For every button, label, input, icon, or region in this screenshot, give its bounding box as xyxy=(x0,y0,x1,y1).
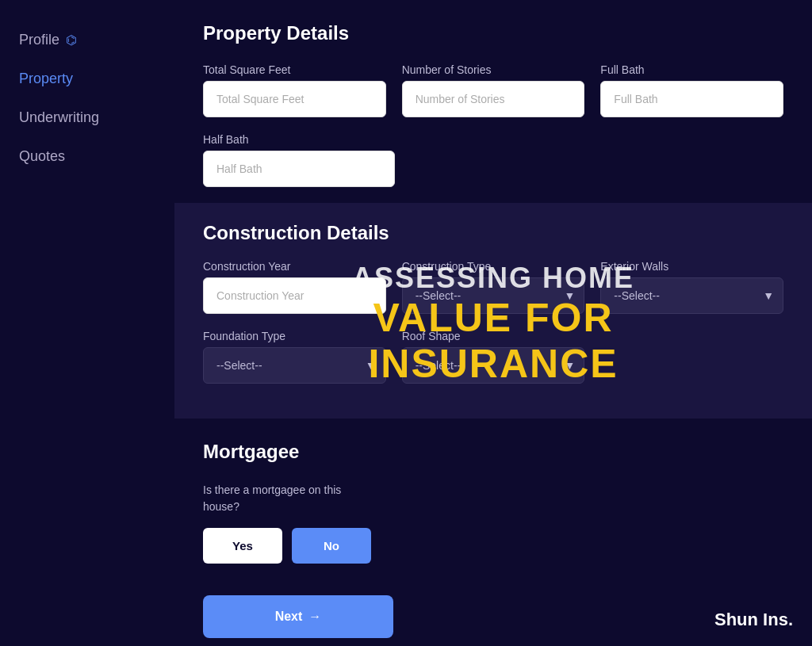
construction-type-group: Construction Type --Select-- ▼ xyxy=(402,260,585,314)
main-content: Property Details Total Square Feet Numbe… xyxy=(174,0,812,646)
construction-row-2: Foundation Type --Select-- ▼ Roof Shape … xyxy=(203,330,783,384)
next-button[interactable]: Next → xyxy=(203,595,393,638)
construction-year-input[interactable] xyxy=(203,277,386,314)
sidebar-item-property[interactable]: Property xyxy=(19,71,155,87)
roof-shape-label: Roof Shape xyxy=(402,330,585,342)
full-bath-group: Full Bath xyxy=(600,63,783,117)
exterior-walls-wrapper: --Select-- ▼ xyxy=(600,277,783,314)
construction-type-label: Construction Type xyxy=(402,260,585,273)
mortgagee-btn-group: Yes No xyxy=(203,528,783,564)
property-row-2: Half Bath xyxy=(203,133,783,187)
half-bath-input[interactable] xyxy=(203,151,395,187)
construction-type-select[interactable]: --Select-- xyxy=(402,277,585,314)
total-square-feet-group: Total Square Feet xyxy=(203,63,386,117)
exterior-walls-group: Exterior Walls --Select-- ▼ xyxy=(600,260,783,314)
construction-year-group: Construction Year xyxy=(203,260,386,314)
total-square-feet-label: Total Square Feet xyxy=(203,63,386,76)
foundation-type-wrapper: --Select-- ▼ xyxy=(203,347,386,384)
mortgagee-question: Is there a mortgagee on thishouse? xyxy=(203,482,783,515)
sidebar: Profile ⌬ Property Underwriting Quotes xyxy=(0,0,174,646)
foundation-type-select[interactable]: --Select-- xyxy=(203,347,386,384)
yes-button[interactable]: Yes xyxy=(203,528,282,564)
sidebar-item-label-property: Property xyxy=(19,71,73,87)
construction-type-wrapper: --Select-- ▼ xyxy=(402,277,585,314)
brand-label: Shun Ins. xyxy=(714,610,793,630)
foundation-type-label: Foundation Type xyxy=(203,330,386,342)
sidebar-item-label-quotes: Quotes xyxy=(19,148,65,165)
next-btn-row: Next → xyxy=(203,595,783,638)
sidebar-item-label-profile: Profile xyxy=(19,32,59,48)
arrow-right-icon: → xyxy=(308,610,321,624)
number-of-stories-group: Number of Stories xyxy=(402,63,585,117)
property-row-1: Total Square Feet Number of Stories Full… xyxy=(203,63,783,117)
next-button-label: Next xyxy=(275,610,303,624)
number-of-stories-input[interactable] xyxy=(402,81,585,117)
construction-year-label: Construction Year xyxy=(203,260,386,273)
check-circle-icon: ⌬ xyxy=(66,32,77,48)
roof-shape-wrapper: --Select-- ▼ xyxy=(402,347,585,384)
spacer xyxy=(600,330,783,384)
sidebar-item-profile[interactable]: Profile ⌬ xyxy=(19,32,155,48)
roof-shape-group: Roof Shape --Select-- ▼ xyxy=(402,330,585,384)
sidebar-item-underwriting[interactable]: Underwriting xyxy=(19,109,155,126)
full-bath-label: Full Bath xyxy=(600,63,783,76)
number-of-stories-label: Number of Stories xyxy=(402,63,585,76)
sidebar-item-quotes[interactable]: Quotes xyxy=(19,148,155,165)
no-button[interactable]: No xyxy=(292,528,371,564)
mortgagee-section: Mortgagee Is there a mortgagee on thisho… xyxy=(203,419,783,564)
total-square-feet-input[interactable] xyxy=(203,81,386,117)
exterior-walls-select[interactable]: --Select-- xyxy=(600,277,783,314)
foundation-type-group: Foundation Type --Select-- ▼ xyxy=(203,330,386,384)
roof-shape-select[interactable]: --Select-- xyxy=(402,347,585,384)
construction-section: Construction Details Construction Year C… xyxy=(174,203,812,419)
exterior-walls-label: Exterior Walls xyxy=(600,260,783,273)
half-bath-group: Half Bath xyxy=(203,133,395,187)
construction-row-1: Construction Year Construction Type --Se… xyxy=(203,260,783,314)
sidebar-item-label-underwriting: Underwriting xyxy=(19,109,99,126)
construction-title: Construction Details xyxy=(203,222,783,244)
mortgagee-title: Mortgagee xyxy=(203,441,783,463)
page-title: Property Details xyxy=(203,22,783,44)
half-bath-label: Half Bath xyxy=(203,133,395,146)
full-bath-input[interactable] xyxy=(600,81,783,117)
